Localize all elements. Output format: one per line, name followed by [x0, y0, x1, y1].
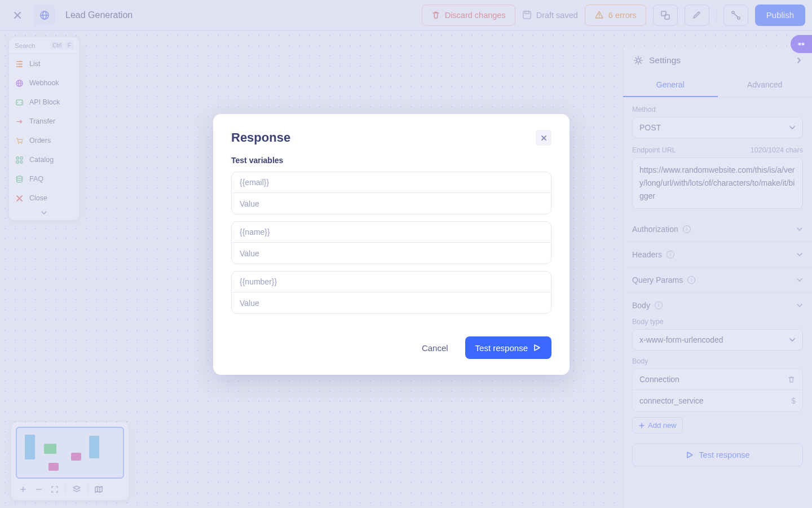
modal-subheading: Test variables: [231, 156, 551, 165]
cancel-button[interactable]: Cancel: [415, 339, 455, 357]
variable-group-name: {{name}} Value: [231, 221, 551, 264]
variable-name: {{name}}: [232, 222, 551, 243]
modal-close-button[interactable]: [536, 130, 551, 146]
test-response-submit-button[interactable]: Test response: [465, 336, 551, 359]
variable-name: {{email}}: [232, 172, 551, 193]
variable-group-email: {{email}} Value: [231, 172, 551, 214]
variable-value-input[interactable]: Value: [232, 193, 551, 214]
variable-group-number: {{number}} Value: [231, 271, 551, 314]
play-icon: [532, 343, 541, 352]
variable-value-input[interactable]: Value: [232, 292, 551, 313]
variable-name: {{number}}: [232, 271, 551, 292]
variable-value-input[interactable]: Value: [232, 243, 551, 264]
close-icon: [540, 134, 548, 142]
response-modal: Response Test variables {{email}} Value …: [213, 114, 570, 375]
modal-title: Response: [231, 130, 290, 145]
